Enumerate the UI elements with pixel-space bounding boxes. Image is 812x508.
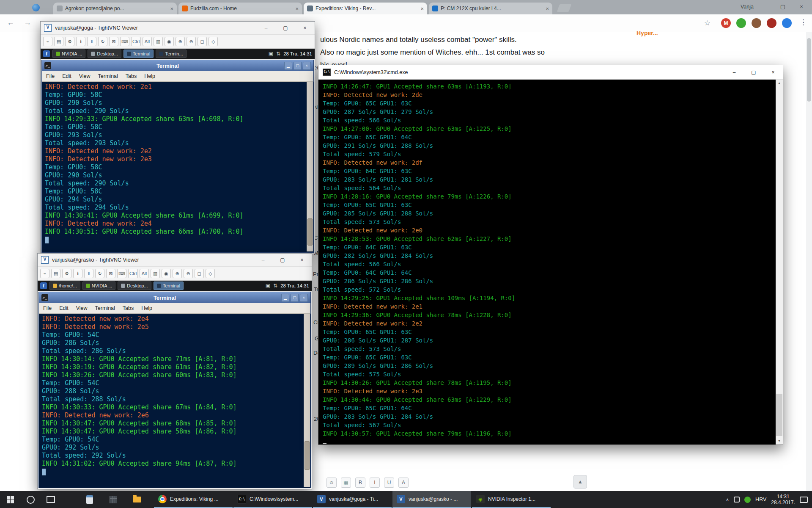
menu-tabs[interactable]: Tabs (126, 73, 137, 79)
new-tab-button[interactable] (557, 4, 572, 12)
terminal-titlebar[interactable]: >_ Terminal ▁ ▢ × (42, 60, 313, 71)
screenshot-icon[interactable]: ◉ (165, 37, 174, 46)
panel-task[interactable]: NVIDIA ... (82, 282, 115, 290)
cmd-scrollbar-thumb[interactable] (776, 394, 782, 436)
page-link-fragment[interactable]: Hyper... (636, 30, 658, 36)
terminal-scrollbar[interactable] (307, 82, 313, 251)
display-icon[interactable]: ▣ (269, 51, 273, 57)
minimize-button[interactable]: – (253, 254, 273, 266)
scroll-top-button[interactable]: ▲ (573, 475, 587, 489)
terminal-scrollbar-thumb[interactable] (304, 441, 310, 470)
maximize-button[interactable]: ▢ (744, 65, 763, 79)
tab-fudzilla[interactable]: Fudzilla.com - Home × (178, 3, 302, 14)
connection-info-icon[interactable]: ℹ (73, 269, 82, 278)
taskbar-calculator-button[interactable] (78, 491, 102, 508)
tab-agrokor[interactable]: Agrokor: potencijalne po... × (53, 3, 177, 14)
panel-task[interactable]: Termin... (156, 50, 186, 58)
terminal-titlebar[interactable]: >_ Terminal ▁ ▢ × (39, 292, 310, 303)
keyboard-icon[interactable]: ⌨ (120, 37, 129, 46)
pause-icon[interactable]: ‖ (84, 269, 93, 278)
tab-forum-cpu-kuler[interactable]: P: CM 212X cpu kuler i 4... × (429, 3, 552, 14)
menu-file[interactable]: File (46, 73, 55, 79)
new-connection-icon[interactable]: ⌁ (43, 37, 52, 46)
tray-chevron-icon[interactable]: ∧ (726, 497, 729, 502)
new-connection-icon[interactable]: ⌁ (40, 269, 49, 278)
tab-close-icon[interactable]: × (295, 6, 299, 12)
back-icon[interactable]: ← (7, 18, 14, 27)
taskbar-folder-button[interactable] (125, 491, 149, 508)
toolbar-blue-extension-icon[interactable] (782, 18, 792, 28)
screenshot-icon[interactable]: ◉ (162, 269, 171, 278)
clipboard-icon[interactable]: ▥ (154, 37, 163, 46)
menu-help[interactable]: Help (144, 73, 155, 79)
terminal-scrollbar[interactable] (304, 314, 310, 487)
keyboard-icon[interactable]: ⌨ (117, 269, 126, 278)
panel-task[interactable]: Desktop... (88, 50, 121, 58)
maximize-button[interactable]: ▢ (273, 254, 292, 266)
connection-info-icon[interactable]: ℹ (76, 37, 85, 46)
alt-key-icon[interactable]: Alt (140, 269, 149, 278)
panel-clock[interactable]: 28 Tra, 14:31 (283, 51, 312, 56)
network-icon[interactable]: ⇅ (273, 283, 277, 289)
taskbar-app-vnc[interactable]: Vvanjuska@goga - Ti... (313, 491, 392, 508)
terminal-scrollbar-thumb[interactable] (307, 218, 313, 246)
menu-file[interactable]: File (43, 305, 52, 311)
tab-expeditions-viking[interactable]: Expeditions: Viking - Rev... × (304, 3, 427, 14)
nvidia-tray-icon[interactable] (744, 497, 751, 503)
tray-icon[interactable] (734, 497, 740, 502)
clipboard-icon[interactable]: ▥ (151, 269, 160, 278)
toolbar-brown-extension-icon[interactable] (752, 18, 761, 28)
menu-terminal[interactable]: Terminal (95, 305, 115, 311)
zoom-100-icon[interactable]: ◻ (198, 37, 207, 46)
close-button[interactable]: × (763, 65, 783, 79)
fontcolor-icon[interactable]: A (398, 478, 409, 488)
panel-menu-icon[interactable]: f (40, 282, 47, 289)
page-scrollbar[interactable] (806, 32, 812, 491)
terminal-close-button[interactable]: × (300, 294, 308, 302)
panel-clock[interactable]: 28 Tra, 14:31 (280, 283, 309, 288)
zoom-out-icon[interactable]: ⊖ (184, 269, 193, 278)
pause-icon[interactable]: ‖ (87, 37, 96, 46)
minimize-button[interactable]: – (256, 22, 276, 34)
cmd-scrollbar[interactable]: ▲ ▼ (776, 80, 783, 444)
menu-view[interactable]: View (76, 305, 88, 311)
minimize-button[interactable]: – (724, 65, 744, 79)
zoom-100-icon[interactable]: ◻ (195, 269, 204, 278)
refresh-icon[interactable]: ↻ (95, 269, 104, 278)
profile-name[interactable]: Vanja (741, 4, 754, 10)
chrome-close-button[interactable]: × (793, 0, 810, 13)
menu-help[interactable]: Help (141, 305, 152, 311)
menu-terminal[interactable]: Terminal (98, 73, 118, 79)
vnc-goga-titlebar[interactable]: V vanjuska@goga - TightVNC Viewer – ▢ × (41, 22, 315, 34)
ctrl-key-icon[interactable]: Ctrl (131, 37, 141, 46)
toolbar-shield-extension-icon[interactable] (767, 18, 776, 28)
browser-menu-icon[interactable]: ⋮ (800, 18, 807, 27)
language-indicator[interactable]: HRV (755, 497, 766, 502)
bold-icon[interactable]: B (355, 478, 365, 488)
tab-close-icon[interactable]: × (546, 6, 549, 12)
vnc-grasko-titlebar[interactable]: V vanjuska@grasko - TightVNC Viewer – ▢ … (38, 254, 312, 266)
image-icon[interactable]: ▦ (341, 478, 351, 488)
zoom-in-icon[interactable]: ⊕ (176, 37, 185, 46)
menu-tabs[interactable]: Tabs (123, 305, 134, 311)
taskbar-app-cmd[interactable]: C:\C:\Windows\system... (233, 491, 312, 508)
toolbar-green-extension-icon[interactable] (736, 18, 746, 28)
toolbar-gmail-extension-icon[interactable]: M (721, 18, 731, 28)
save-session-icon[interactable]: ▤ (54, 37, 63, 46)
maximize-button[interactable]: ▢ (276, 22, 295, 34)
terminal-minimize-button[interactable]: ▁ (284, 62, 292, 70)
menu-view[interactable]: View (79, 73, 91, 79)
zoom-out-icon[interactable]: ⊖ (187, 37, 196, 46)
panel-task[interactable]: Terminal (154, 282, 184, 290)
terminal-minimize-button[interactable]: ▁ (281, 294, 289, 302)
save-session-icon[interactable]: ▤ (51, 269, 60, 278)
tab-close-icon[interactable]: × (420, 6, 424, 12)
connection-options-icon[interactable]: ⚙ (62, 269, 71, 278)
close-button[interactable]: × (292, 254, 312, 266)
panel-task[interactable]: NVIDIA ... (52, 50, 85, 58)
panel-menu-icon[interactable]: f (43, 50, 50, 57)
ctrl-alt-del-icon[interactable]: ⊠ (109, 37, 118, 46)
scroll-down-icon[interactable]: ▼ (776, 437, 783, 444)
task-view-button[interactable] (41, 491, 61, 508)
connection-options-icon[interactable]: ⚙ (65, 37, 74, 46)
